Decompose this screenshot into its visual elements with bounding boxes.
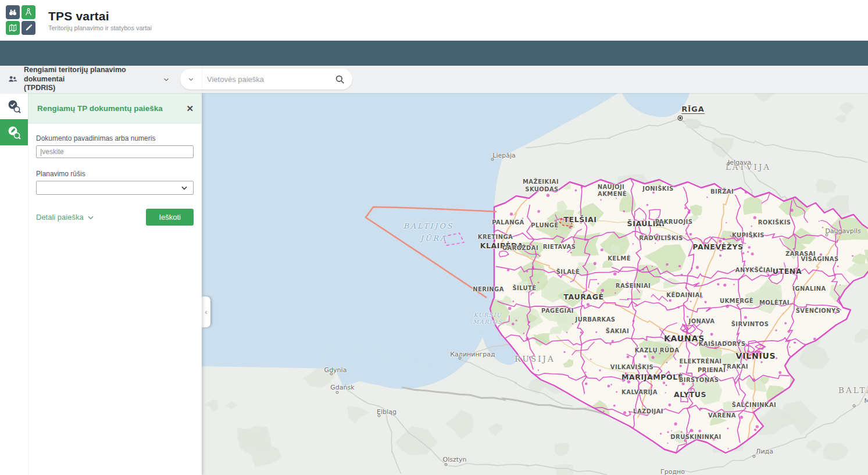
close-icon[interactable]: ✕ <box>186 104 194 113</box>
map-canvas[interactable]: BALTIJOSJŪRAKURŠIŲMARIOSLATVIJARUSIJABAL… <box>202 93 868 475</box>
app-header: TPS vartai Teritorijų planavimo ir staty… <box>0 0 868 41</box>
chevron-down-icon <box>87 213 95 222</box>
map-toolbar: Rengiami teritorijų planavimo dokumentai… <box>0 66 868 93</box>
panel-header: Rengiamų TP dokumentų paieška ✕ <box>28 93 202 124</box>
document-check-search-icon <box>6 99 22 114</box>
place-search-button[interactable] <box>327 69 352 90</box>
sidebar-item-approved-docs-search[interactable] <box>0 93 28 119</box>
base-map <box>202 93 868 475</box>
chevron-down-icon <box>180 184 188 192</box>
chevron-down-icon <box>187 76 195 83</box>
app-logo <box>6 5 35 35</box>
tool-rail <box>0 93 28 475</box>
detailed-search-label: Detali paieška <box>36 213 84 222</box>
document-name-label: Dokumento pavadinimas arba numeris <box>36 134 194 142</box>
chevron-down-icon <box>162 76 170 84</box>
compass-icon <box>22 5 35 19</box>
document-name-input[interactable] <box>36 145 194 158</box>
place-search <box>180 69 352 90</box>
layer-selector-label-line1: Rengiami teritorijų planavimo dokumentai <box>24 66 159 84</box>
search-icon <box>334 74 345 85</box>
planning-type-select[interactable] <box>36 181 194 195</box>
draft-documents-search-panel: Rengiamų TP dokumentų paieška ✕ Dokument… <box>28 93 202 475</box>
layer-selector-label-line2: (TPDRIS) <box>24 84 159 93</box>
planning-type-label: Planavimo rūšis <box>36 170 194 178</box>
place-search-options-button[interactable] <box>180 69 202 90</box>
document-edit-search-icon <box>6 125 22 140</box>
group-icon <box>7 74 18 85</box>
brush-icon <box>22 21 35 35</box>
top-navigation-bar <box>0 41 868 66</box>
layer-selector-dropdown[interactable]: Rengiami teritorijų planavimo dokumentai… <box>7 66 170 93</box>
panel-collapse-handle[interactable]: ‹ <box>202 297 210 327</box>
place-search-input[interactable] <box>202 75 327 84</box>
page-subtitle: Teritorijų planavimo ir statybos vartai <box>48 24 152 31</box>
detailed-search-link[interactable]: Detali paieška <box>36 213 95 222</box>
binoculars-icon <box>6 5 20 19</box>
panel-title: Rengiamų TP dokumentų paieška <box>37 104 186 113</box>
page-title: TPS vartai <box>48 9 152 23</box>
map-icon <box>6 21 20 35</box>
sidebar-item-draft-docs-search[interactable] <box>0 119 28 145</box>
search-button[interactable]: Ieškoti <box>146 209 194 226</box>
